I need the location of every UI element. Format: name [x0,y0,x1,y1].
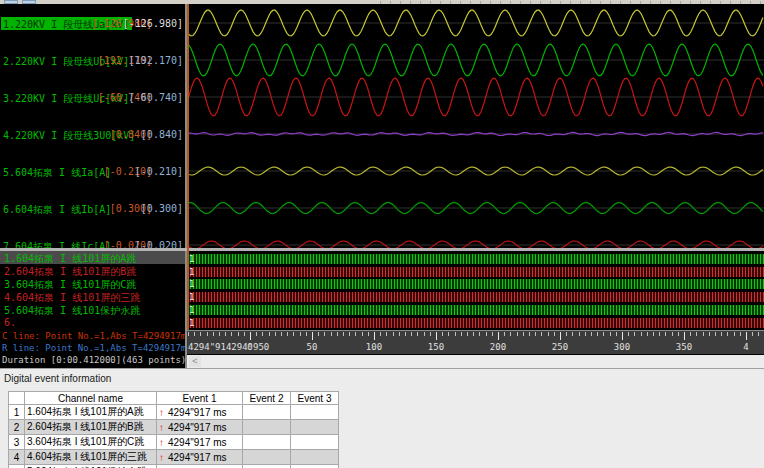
event-table-row[interactable]: 11.604拓泉 I 线101屏的A跳↑4294"917 ms [9,405,339,420]
digital-trace-bar[interactable]: 1 [187,279,764,289]
event-1-time: ↑4294"917 ms [157,405,243,420]
analog-channel-row[interactable]: 4.220KV I 段母线3U0[kV][0.840][0.840] [0,128,185,141]
digital-channel-row[interactable]: 4.604拓泉 I 线101屏的三跳 [0,290,185,303]
digital-state-value: 1 [189,305,194,315]
event-3-cell [291,420,339,435]
event-channel-name: 1.604拓泉 I 线101屏的A跳 [25,405,157,420]
event-table-row[interactable]: 55.604拓泉 I 线101保护永跳↑4294"917 ms [9,465,339,468]
channel-label-panel: 1.220KV I 段母线Ua[kV][-126.980][-126.980]2… [0,4,185,368]
digital-trace-bar[interactable]: 1 [187,292,764,302]
digital-channel-row[interactable]: 2.604拓泉 I 线101屏的B跳 [0,264,185,277]
digital-trace-bar[interactable]: 1 [187,318,764,328]
major-tick [560,332,561,340]
digital-channel-label: 6. [4,317,16,328]
time-tick-label: 350 [676,342,692,352]
rising-edge-arrow-icon: ↑ [159,437,164,448]
event-1-time: ↑4294"917 ms [157,465,243,468]
scroll-left-arrow-icon[interactable]: < [189,356,201,367]
major-tick [250,332,251,340]
digital-state-value: 1 [189,254,194,264]
event-table-body: 11.604拓泉 I 线101屏的A跳↑4294"917 ms22.604拓泉 … [9,405,339,468]
event-table-header-row: Channel nameEvent 1Event 2Event 3 [9,392,339,405]
event-table-column-header: Event 3 [291,392,339,405]
cursor-value-2: [0.300] [141,203,183,214]
digital-trace-bar[interactable]: 1 [187,267,764,277]
major-tick [312,332,313,340]
event-2-cell [243,405,291,420]
digital-channel-row[interactable]: 3.604拓泉 I 线101屏的C跳 [0,277,185,290]
event-1-time: ↑4294"917 ms [157,420,243,435]
digital-state-value: 1 [189,279,194,289]
wave-plot-area[interactable]: 1111111 0501001502002503003504 4294"9142… [187,4,764,368]
cursor-value-2: [-126.980] [123,18,183,29]
time-cursor-line[interactable] [187,4,189,330]
event-2-cell [243,435,291,450]
event-table-row[interactable]: 22.604拓泉 I 线101屏的B跳↑4294"917 ms [9,420,339,435]
event-2-cell [243,450,291,465]
time-tick-label: 150 [428,342,444,352]
analog-channel-row[interactable]: 1.220KV I 段母线Ua[kV][-126.980][-126.980] [0,17,185,30]
waveform-svg [187,4,764,250]
analog-channel-row[interactable]: 3.220KV I 段母线Uc[kV][-60.740][-60.740] [0,91,185,104]
analog-channel-row[interactable]: 2.220KV I 段母线Ub[kV][192.170][192.170] [0,54,185,67]
cursor-value-2: [-60.740] [129,92,183,103]
event-2-cell [243,465,291,468]
event-table-column-header [9,392,25,405]
cursor-value-2: [-0.210] [135,166,183,177]
minor-ticks [188,332,764,336]
event-table-row[interactable]: 33.604拓泉 I 线101屏的C跳↑4294"917 ms [9,435,339,450]
digital-channel-row[interactable]: 5.604拓泉 I 线101保护永跳 [0,303,185,316]
event-row-number: 5 [9,465,25,468]
event-3-cell [291,450,339,465]
analog-channel-row[interactable]: 6.604拓泉 I 线Ib[A][0.300][0.300] [0,202,185,215]
event-table-row[interactable]: 44.604拓泉 I 线101屏的三跳↑4294"917 ms [9,450,339,465]
event-3-cell [291,465,339,468]
digital-trace-bar[interactable]: 1 [187,254,764,264]
digital-state-value: 1 [189,318,194,328]
event-row-number: 2 [9,420,25,435]
event-1-time: ↑4294"917 ms [157,435,243,450]
digital-trace-bar[interactable]: 1 [187,305,764,315]
event-3-cell [291,435,339,450]
event-channel-name: 4.604拓泉 I 线101屏的三跳 [25,450,157,465]
time-origin-label: 4294"914294"950 [188,342,269,352]
digital-channel-row[interactable]: 1.604拓泉 I 线101屏的A跳 [0,251,185,264]
time-tick-label: 200 [490,342,506,352]
digital-event-table: Channel nameEvent 1Event 2Event 3 11.604… [8,391,339,468]
digital-channel-label: 3.604拓泉 I 线101屏的C跳 [4,278,136,290]
event-row-number: 4 [9,450,25,465]
digital-channel-label: 2.604拓泉 I 线101屏的B跳 [4,265,136,277]
major-tick [374,332,375,340]
fault-wave-viewer-window: 1.220KV I 段母线Ua[kV][-126.980][-126.980]2… [0,0,764,468]
event-row-number: 1 [9,405,25,420]
event-channel-name: 2.604拓泉 I 线101屏的B跳 [25,420,157,435]
time-tick-label: 50 [307,342,318,352]
event-3-cell [291,405,339,420]
rising-edge-arrow-icon: ↑ [159,422,164,433]
digital-state-value: 1 [189,292,194,302]
event-2-cell [243,420,291,435]
event-channel-name: 5.604拓泉 I 线101保护永跳 [25,465,157,468]
major-tick [622,332,623,340]
time-tick-label: 4 [743,342,748,352]
waveform-main-area: 1.220KV I 段母线Ua[kV][-126.980][-126.980]2… [0,4,764,368]
digital-channel-label: 5.604拓泉 I 线101保护永跳 [4,304,140,316]
digital-channel-row[interactable]: 6. [0,316,185,329]
major-tick [746,332,747,340]
cursor-value-2: [192.170] [129,55,183,66]
event-table-column-header: Event 1 [157,392,243,405]
horizontal-scrollbar[interactable]: < [187,355,764,368]
event-row-number: 3 [9,435,25,450]
event-channel-name: 3.604拓泉 I 线101屏的C跳 [25,435,157,450]
cursor-c-status: C line: Point No.=1,Abs T=4294917ms, Rel… [0,330,185,342]
time-tick-label: 300 [614,342,630,352]
rising-edge-arrow-icon: ↑ [159,452,164,463]
digital-state-value: 1 [189,267,194,277]
analog-channel-row[interactable]: 5.604拓泉 I 线Ia[A][-0.210][-0.210] [0,165,185,178]
cursor-r-status: R line: Point No.=1,Abs T=4294917ms, Rel… [0,342,185,354]
event-table-column-header: Channel name [25,392,157,405]
time-ruler: 0501001502002503003504 4294"914294"950 [187,330,764,354]
analog-digital-separator [0,248,764,251]
major-tick [498,332,499,340]
digital-channel-label: 1.604拓泉 I 线101屏的A跳 [4,252,136,264]
